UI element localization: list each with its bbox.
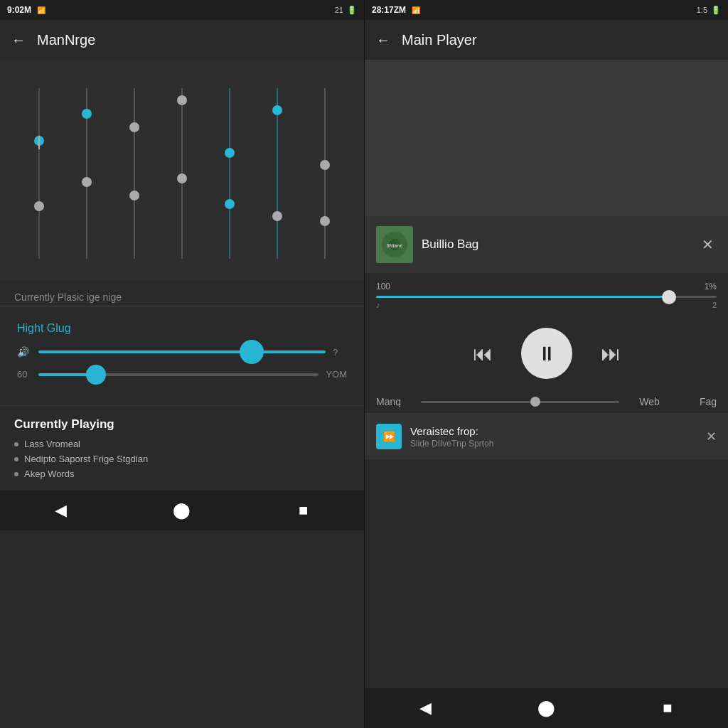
- queue-tabs: Manq Web Fag: [365, 390, 728, 414]
- queue-item-info: Veraistec frop: Slide DIIveTnp Sprtoh: [410, 425, 697, 449]
- progress-sub-start: ♪: [376, 301, 380, 309]
- queue-item-subtitle: Slide DIIveTnp Sprtoh: [410, 439, 697, 449]
- right-status-bar: 28:17ZM 📶 1:5 🔋: [365, 0, 728, 20]
- song-info: Buillio Bag: [422, 237, 690, 252]
- cp-item-3-text: Akep Words: [24, 469, 75, 479]
- queue-tab-thumb[interactable]: [530, 397, 540, 407]
- skip-prev-button[interactable]: ⏮: [473, 342, 493, 365]
- pause-icon: ⏸: [537, 342, 557, 365]
- song-title: Buillio Bag: [422, 237, 690, 252]
- pause-button[interactable]: ⏸: [521, 328, 572, 379]
- eq-bars: [21, 74, 343, 259]
- right-back-nav[interactable]: ◀: [411, 694, 439, 722]
- second-slider-row: 60 YOM: [17, 369, 347, 380]
- left-home-nav[interactable]: ⬤: [168, 496, 196, 525]
- eq-handle-6-top[interactable]: [272, 105, 282, 115]
- cp-dot-1: [14, 442, 18, 446]
- eq-bar-2[interactable]: [69, 88, 104, 259]
- left-signal-icon: 📶: [37, 6, 46, 14]
- eq-handle-5-bot[interactable]: [225, 199, 235, 209]
- equalizer-area: [0, 60, 364, 280]
- eq-handle-1-bot[interactable]: [34, 201, 44, 211]
- eq-handle-6-bot[interactable]: [272, 211, 282, 221]
- left-battery-icon: 🔋: [347, 6, 357, 15]
- cp-item-2: Nedipto Saporst Frige Stgdian: [14, 454, 350, 464]
- tab-manq[interactable]: Manq: [376, 396, 401, 407]
- left-battery: 21: [335, 6, 343, 14]
- right-time: 28:17ZM: [372, 5, 406, 15]
- eq-handle-2-bot[interactable]: [82, 177, 92, 187]
- right-panel: 28:17ZM 📶 1:5 🔋 ← Main Player 3fdanc: [364, 0, 728, 728]
- second-track[interactable]: [38, 373, 318, 376]
- second-thumb[interactable]: [86, 365, 106, 385]
- queue-item-close-button[interactable]: ✕: [706, 429, 717, 444]
- eq-bar-5[interactable]: [213, 88, 247, 259]
- currently-playing-section: Currently Playing Lass Vromeal Nedipto S…: [0, 405, 364, 491]
- skip-next-button[interactable]: ⏭: [601, 342, 621, 365]
- left-back-nav[interactable]: ◀: [46, 496, 75, 525]
- eq-handle-3-bot[interactable]: [129, 191, 139, 200]
- cp-item-1-text: Lass Vromeal: [24, 439, 80, 449]
- right-square-nav[interactable]: ■: [653, 694, 682, 722]
- progress-thumb[interactable]: [662, 290, 676, 304]
- eq-handle-7-top[interactable]: [320, 160, 330, 170]
- eq-handle-4-bot[interactable]: [177, 173, 187, 183]
- queue-tab-track[interactable]: [421, 401, 619, 403]
- volume-end-label: ?: [333, 347, 347, 358]
- slider-group-label: Hight Glug: [17, 322, 347, 335]
- left-square-nav[interactable]: ■: [289, 496, 318, 525]
- eq-bar-1[interactable]: [21, 88, 56, 259]
- cp-item-1: Lass Vromeal: [14, 439, 350, 449]
- cp-dot-2: [14, 457, 18, 461]
- svg-text:3fdanc: 3fdanc: [387, 243, 403, 248]
- left-title: ManNrge: [37, 32, 95, 48]
- volume-icon: 🔊: [17, 346, 31, 358]
- progress-track[interactable]: [376, 296, 717, 298]
- tab-fag[interactable]: Fag: [700, 396, 717, 407]
- queue-item-icon: ⏩: [376, 424, 402, 449]
- cp-item-3: Akep Words: [14, 469, 350, 479]
- queue-area: Manq Web Fag ⏩ Veraistec frop: Slide DII…: [365, 390, 728, 688]
- eq-bar-3[interactable]: [117, 88, 151, 259]
- right-header: ← Main Player: [365, 20, 728, 60]
- eq-bar-4[interactable]: [164, 88, 199, 259]
- volume-slider-row: 🔊 ?: [17, 346, 347, 358]
- left-panel: 9:02M 📶 21 🔋 ← ManNrge: [0, 0, 364, 728]
- album-art-area: [365, 60, 728, 216]
- eq-handle-2-top[interactable]: [82, 109, 92, 119]
- right-battery: 1:5: [697, 6, 707, 14]
- right-home-nav[interactable]: ⬤: [532, 694, 560, 722]
- second-slider-start: 60: [17, 369, 31, 380]
- eq-handle-5-top[interactable]: [225, 148, 235, 158]
- now-playing-close-button[interactable]: ✕: [699, 233, 717, 256]
- volume-track[interactable]: [38, 350, 326, 353]
- eq-handle-4-top[interactable]: [177, 95, 187, 105]
- left-time: 9:02M: [7, 5, 31, 15]
- queue-item-title: Veraistec frop:: [410, 425, 697, 437]
- left-status-icons: 21 🔋: [335, 6, 357, 15]
- left-bottom-nav: ◀ ⬤ ■: [0, 491, 364, 530]
- progress-area: 100 1% ♪ 2: [365, 273, 728, 314]
- left-back-button[interactable]: ←: [11, 32, 26, 48]
- queue-item: ⏩ Veraistec frop: Slide DIIveTnp Sprtoh …: [365, 414, 728, 460]
- eq-bar-6[interactable]: [260, 88, 295, 259]
- cp-dot-3: [14, 472, 18, 476]
- eq-handle-7-bot[interactable]: [320, 216, 330, 226]
- progress-sub-end: 2: [712, 301, 717, 309]
- cp-item-2-text: Nedipto Saporst Frige Stgdian: [24, 454, 148, 464]
- eq-handle-3-top[interactable]: [129, 122, 139, 132]
- right-status-icons: 1:5 🔋: [697, 6, 721, 15]
- cp-label-text: Currently Plasic ige nige: [14, 291, 122, 303]
- playback-controls: ⏮ ⏸ ⏭: [365, 314, 728, 390]
- left-status-bar: 9:02M 📶 21 🔋: [0, 0, 364, 20]
- currently-playing-label: Currently Plasic ige nige: [0, 280, 364, 306]
- cp-section-title: Currently Playing: [14, 417, 350, 432]
- volume-thumb[interactable]: [240, 340, 264, 364]
- right-bottom-nav: ◀ ⬤ ■: [365, 688, 728, 728]
- right-signal-icon: 📶: [412, 6, 420, 14]
- queue-item-play-icon: ⏩: [383, 431, 395, 442]
- left-header: ← ManNrge: [0, 20, 364, 60]
- tab-web[interactable]: Web: [639, 396, 660, 407]
- eq-bar-7[interactable]: [308, 88, 343, 259]
- right-back-button[interactable]: ←: [376, 32, 390, 48]
